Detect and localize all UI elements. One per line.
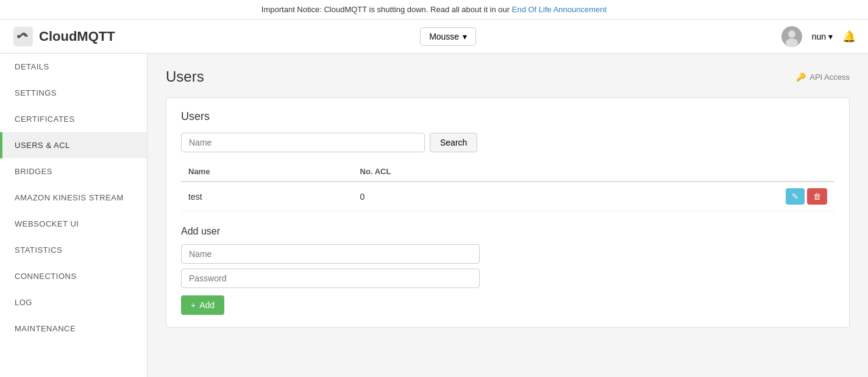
avatar-image [781,26,802,47]
notice-text: Important Notice: CloudMQTT is shutting … [261,5,512,14]
users-table: Name No. ACL test 0 ✎ 🗑 [181,162,834,211]
plus-icon: + [191,300,196,310]
logo: CloudMQTT [12,26,115,48]
sidebar-item-certificates[interactable]: CERTIFICATES [0,106,147,132]
search-button[interactable]: Search [430,133,477,152]
sidebar-item-maintenance[interactable]: MAINTENANCE [0,315,147,342]
edit-user-button[interactable]: ✎ [786,188,805,205]
table-row: test 0 ✎ 🗑 [181,181,834,211]
header-center: Mousse ▾ [115,27,781,46]
api-access-link[interactable]: 🔑 API Access [796,72,850,82]
notice-link[interactable]: End Of Life Announcement [512,5,607,14]
add-user-button[interactable]: + Add [181,295,224,315]
sidebar-item-websocket-ui[interactable]: WEBSOCKET UI [0,211,147,237]
add-user-password-input[interactable] [181,269,480,288]
header-right: nun ▾ 🔔 [781,26,856,47]
add-user-title: Add user [181,226,834,237]
sidebar-item-users-acl[interactable]: USERS & ACL [0,132,147,158]
header: CloudMQTT Mousse ▾ nun ▾ 🔔 [0,19,868,54]
add-user-form: + Add [181,244,480,315]
username-chevron-icon: ▾ [828,32,833,41]
avatar [781,26,802,47]
sidebar-item-settings[interactable]: SETTINGS [0,80,147,106]
cell-name: test [181,181,353,211]
username: nun [812,32,826,41]
col-actions [569,162,834,181]
logo-text: CloudMQTT [39,29,115,44]
cell-actions: ✎ 🗑 [569,181,834,211]
svg-point-1 [17,35,20,38]
card-title: Users [181,110,834,123]
sidebar-item-amazon-kinesis[interactable]: AMAZON KINESIS STREAM [0,185,147,211]
svg-rect-0 [13,26,33,46]
svg-point-3 [788,30,795,38]
key-icon: 🔑 [796,72,806,82]
sidebar-item-connections[interactable]: CONNECTIONS [0,263,147,289]
username-area[interactable]: nun ▾ [812,32,833,41]
logo-icon [12,26,34,48]
search-name-input[interactable] [181,133,425,152]
col-name: Name [181,162,353,181]
sidebar: DETAILS SETTINGS CERTIFICATES USERS & AC… [0,54,148,377]
delete-user-button[interactable]: 🗑 [807,188,827,205]
sidebar-item-log[interactable]: LOG [0,289,147,315]
add-user-name-input[interactable] [181,244,480,264]
sidebar-item-bridges[interactable]: BRIDGES [0,158,147,185]
bell-icon[interactable]: 🔔 [842,30,856,43]
table-body: test 0 ✎ 🗑 [181,181,834,211]
chevron-down-icon: ▾ [463,32,467,41]
sidebar-item-statistics[interactable]: STATISTICS [0,237,147,263]
page-title: Users [166,68,204,85]
search-row: Search [181,133,834,152]
users-card: Users Search Name No. ACL test 0 [166,97,850,328]
mousse-dropdown[interactable]: Mousse ▾ [420,27,476,46]
col-no-acl: No. ACL [353,162,569,181]
cell-no-acl: 0 [353,181,569,211]
svg-point-4 [786,38,798,47]
main-content: Users 🔑 API Access Users Search Name No.… [148,54,868,377]
sidebar-item-details[interactable]: DETAILS [0,54,147,80]
notice-bar: Important Notice: CloudMQTT is shutting … [0,0,868,19]
layout: DETAILS SETTINGS CERTIFICATES USERS & AC… [0,54,868,377]
table-header: Name No. ACL [181,162,834,181]
page-header: Users 🔑 API Access [166,68,850,85]
mousse-label: Mousse [429,32,459,41]
